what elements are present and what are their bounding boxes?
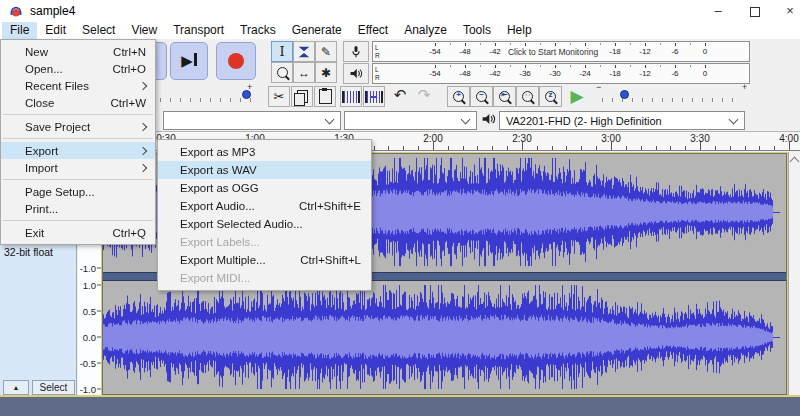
scale-label: -1.0 (80, 384, 96, 395)
skip-to-end-icon: ▶ (181, 52, 197, 70)
file-menu: NewCtrl+N Open...Ctrl+O Recent Files Clo… (0, 39, 156, 245)
menu-item-export-multiple[interactable]: Export Multiple...Ctrl+Shift+L (158, 251, 371, 269)
playback-speed-slider[interactable]: − + (594, 84, 752, 106)
menu-transport[interactable]: Transport (165, 22, 232, 39)
menu-item-recent-files[interactable]: Recent Files (1, 77, 155, 94)
envelope-tool-icon (297, 45, 311, 59)
menu-analyze[interactable]: Analyze (396, 22, 455, 39)
fit-selection-button[interactable]: ⇤ (493, 86, 516, 107)
recording-meter[interactable]: L R -54 -48 -42 Click to Start Monitorin… (372, 41, 750, 62)
select-label: Select (40, 382, 68, 393)
scale-label: 1.0 (83, 280, 96, 291)
speaker-icon (349, 67, 363, 80)
close-button[interactable]: × (773, 0, 800, 22)
multi-tool-button[interactable]: ✱ (315, 62, 337, 83)
meter-scale-label: -18 (609, 47, 621, 56)
selection-tool-icon: I (279, 44, 284, 59)
paste-icon (319, 89, 332, 104)
playback-device-dropdown[interactable]: VA2201-FHD (2- High Definition (499, 111, 745, 130)
menu-effect[interactable]: Effect (350, 22, 396, 39)
meter-left-label: L (375, 66, 379, 73)
menu-item-save-project[interactable]: Save Project (1, 118, 155, 135)
menu-tracks[interactable]: Tracks (232, 22, 284, 39)
menu-item-import[interactable]: Import (1, 159, 155, 176)
menu-help[interactable]: Help (499, 22, 540, 39)
paste-button[interactable] (314, 86, 336, 107)
menu-item-close[interactable]: CloseCtrl+W (1, 94, 155, 111)
scroll-up-icon (790, 157, 800, 167)
playback-device-icon (481, 112, 496, 130)
record-button[interactable] (216, 42, 256, 80)
chevron-down-icon (461, 114, 471, 124)
envelope-tool-button[interactable] (293, 41, 315, 62)
playback-meter[interactable]: L R -54 -48 -42 -36 -30 -24 -18 -12 -6 0 (372, 63, 750, 84)
menu-select[interactable]: Select (74, 22, 123, 39)
meter-scale-label: -30 (549, 69, 561, 78)
audio-host-dropdown[interactable] (163, 111, 341, 130)
slider-thumb[interactable] (620, 90, 629, 99)
fit-project-button[interactable]: ⇔ (516, 86, 539, 107)
menu-item-export[interactable]: Export (1, 142, 155, 159)
cut-button[interactable]: ✂ (268, 86, 290, 107)
menu-tools[interactable]: Tools (455, 22, 499, 39)
slider-thumb[interactable] (242, 90, 251, 99)
chevron-down-icon (729, 114, 739, 124)
menu-item-exit[interactable]: ExitCtrl+Q (1, 224, 155, 241)
draw-tool-button[interactable]: ✎ (315, 41, 337, 62)
copy-button[interactable] (291, 86, 313, 107)
recording-volume-slider[interactable]: + (148, 84, 260, 106)
recording-channels-dropdown[interactable] (344, 111, 477, 130)
zoom-out-icon: − (476, 91, 487, 102)
menu-item-export-labels: Export Labels... (158, 233, 371, 251)
menu-item-export-as-wav[interactable]: Export as WAV (158, 161, 371, 179)
menu-item-open[interactable]: Open...Ctrl+O (1, 60, 155, 77)
vertical-scrollbar[interactable] (788, 152, 800, 396)
menu-item-print[interactable]: Print... (1, 200, 155, 217)
menu-item-export-audio[interactable]: Export Audio...Ctrl+Shift+E (158, 197, 371, 215)
menu-separator (3, 114, 153, 115)
timeshift-tool-icon: ↔ (298, 66, 310, 80)
timeshift-tool-button[interactable]: ↔ (293, 62, 315, 83)
zoom-out-button[interactable]: − (470, 86, 493, 107)
play-at-speed-button[interactable]: ▶ (566, 85, 588, 107)
maximize-button[interactable] (737, 0, 771, 22)
meter-scale-label: -48 (459, 47, 471, 56)
menu-item-export-selected-audio[interactable]: Export Selected Audio... (158, 215, 371, 233)
redo-button[interactable]: ↷ (413, 86, 435, 107)
zoom-in-button[interactable]: + (447, 86, 470, 107)
title-bar: sample4 – × (0, 0, 800, 22)
meter-scale-label: -12 (639, 47, 651, 56)
plus-label: + (742, 82, 747, 92)
menu-generate[interactable]: Generate (284, 22, 350, 39)
playback-meter-button[interactable] (343, 63, 369, 84)
fit-project-icon: ⇔ (522, 91, 533, 102)
submenu-arrow-icon (139, 81, 147, 89)
undo-button[interactable]: ↶ (389, 86, 411, 107)
menu-item-export-as-ogg[interactable]: Export as OGG (158, 179, 371, 197)
copy-icon (297, 90, 308, 103)
meter-scale-label: -54 (429, 47, 441, 56)
minimize-button[interactable]: – (701, 0, 735, 22)
meter-scale-label: -24 (579, 69, 591, 78)
zoom-tool-button[interactable] (271, 62, 293, 83)
skip-to-end-button[interactable]: ▶ (170, 42, 208, 80)
menu-file[interactable]: File (2, 22, 37, 39)
menu-item-new[interactable]: NewCtrl+N (1, 43, 155, 60)
recording-meter-button[interactable] (343, 41, 369, 62)
select-track-button[interactable]: Select (32, 380, 75, 395)
undo-icon: ↶ (394, 86, 407, 103)
selection-tool-button[interactable]: I (271, 41, 293, 62)
trim-audio-button[interactable] (340, 86, 362, 107)
menu-item-page-setup[interactable]: Page Setup... (1, 183, 155, 200)
meter-scale-label: -48 (459, 69, 471, 78)
menu-item-export-midi: Export MIDI... (158, 269, 371, 287)
menu-view[interactable]: View (123, 22, 165, 39)
collapse-track-button[interactable]: ▲ (3, 380, 29, 395)
silence-audio-button[interactable] (363, 86, 385, 107)
menu-edit[interactable]: Edit (37, 22, 74, 39)
meter-scale-label: -54 (429, 69, 441, 78)
meter-scale-label: -18 (609, 69, 621, 78)
trim-audio-icon (342, 91, 360, 103)
zoom-toggle-button[interactable]: z (539, 86, 562, 107)
menu-item-export-as-mp3[interactable]: Export as MP3 (158, 143, 371, 161)
